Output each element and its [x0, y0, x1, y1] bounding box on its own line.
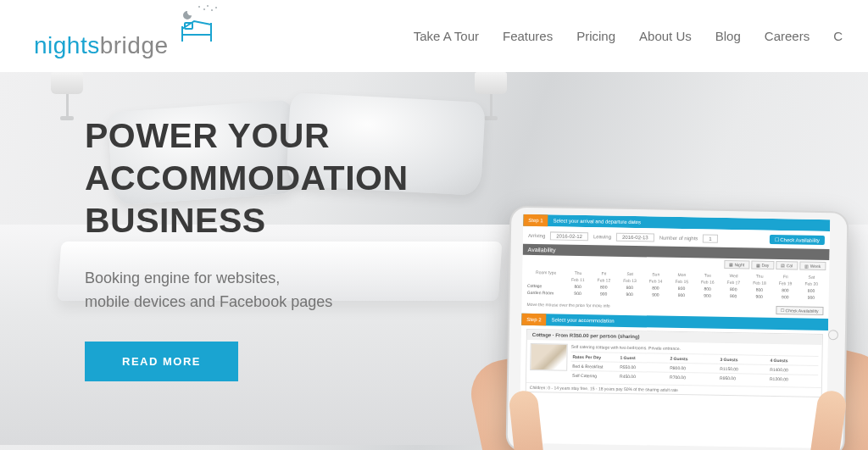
hero-title: POWER YOUR ACCOMMODATION BUSINESS — [85, 114, 409, 242]
lamp-icon — [51, 72, 83, 131]
view-tab-night[interactable]: ▦ Night — [724, 260, 749, 269]
step2-text: Select your accommodation — [552, 317, 615, 323]
nav-careers[interactable]: Careers — [765, 29, 810, 43]
site-header: nightsbridge Take A Tour Features Pricin… — [0, 0, 868, 72]
rate-table: Rates Per Day1 Guest2 Guests3 Guests4 Gu… — [570, 352, 819, 384]
logo-first: nights — [34, 32, 100, 59]
arriving-label: Arriving — [528, 232, 545, 237]
room-card-body: Self catering cottage with two bedrooms.… — [526, 340, 822, 387]
bed-moon-icon — [174, 4, 220, 51]
leaving-label: Leaving — [593, 234, 611, 239]
hands-holding-tablet: Step 1 Select your arrival and departure… — [461, 103, 868, 450]
check-availability-button-secondary[interactable]: ☐ Check Availability — [776, 306, 823, 315]
svg-point-1 — [203, 8, 205, 10]
hero-subtitle: Booking engine for websites, mobile devi… — [85, 267, 409, 314]
tablet-screen: Step 1 Select your arrival and departure… — [520, 214, 831, 448]
availability-grid: Room typeThuFriSatSunMonTueWedThuFriSat … — [522, 267, 830, 305]
svg-point-2 — [207, 5, 209, 7]
svg-point-3 — [211, 9, 213, 11]
nav-take-a-tour[interactable]: Take A Tour — [414, 29, 479, 43]
hero-title-line: ACCOMMODATION — [85, 158, 409, 197]
nights-label: Number of nights — [659, 235, 698, 241]
view-tab-week[interactable]: ▥ Week — [799, 262, 826, 271]
check-availability-button[interactable]: ☐ Check Availability — [770, 235, 825, 245]
svg-point-4 — [215, 7, 217, 8]
arriving-input[interactable]: 2016-02-12 — [550, 231, 588, 241]
room-card: Cottage · From R350.00 per person (shari… — [526, 329, 823, 397]
hero-title-line: BUSINESS — [85, 201, 266, 240]
nav-blog[interactable]: Blog — [715, 29, 741, 43]
read-more-button[interactable]: READ MORE — [85, 342, 238, 381]
nights-input[interactable]: 1 — [703, 234, 718, 242]
view-tab-day[interactable]: ▦ Day — [751, 261, 774, 269]
nav-about-us[interactable]: About Us — [639, 29, 692, 43]
step2-badge: Step 2 — [521, 314, 547, 326]
logo[interactable]: nightsbridge — [34, 13, 220, 59]
room-thumbnail[interactable] — [530, 343, 568, 371]
hero-copy: POWER YOUR ACCOMMODATION BUSINESS Bookin… — [85, 114, 409, 381]
logo-second: bridge — [100, 32, 169, 59]
primary-nav: Take A Tour Features Pricing About Us Bl… — [414, 29, 843, 43]
step1-badge: Step 1 — [523, 214, 548, 227]
nav-more[interactable]: C — [833, 29, 843, 43]
view-tab-cal[interactable]: ▤ Cal — [776, 261, 798, 269]
nav-pricing[interactable]: Pricing — [576, 29, 615, 43]
hero-sub-line: mobile devices and Facebook pages — [85, 293, 332, 310]
tablet-device: Step 1 Select your arrival and departure… — [505, 206, 849, 450]
step1-text: Select your arrival and departure dates — [554, 218, 641, 225]
nav-features[interactable]: Features — [503, 29, 553, 43]
leaving-input[interactable]: 2016-02-13 — [616, 232, 654, 242]
svg-point-0 — [198, 6, 200, 8]
hero-title-line: POWER YOUR — [85, 116, 330, 155]
grid-note-text: Move the mouse over the price for more i… — [526, 302, 609, 312]
room-card-desc: Self catering cottage with two bedrooms.… — [570, 344, 819, 384]
hero: POWER YOUR ACCOMMODATION BUSINESS Bookin… — [0, 72, 868, 450]
hero-sub-line: Booking engine for websites, — [85, 269, 280, 286]
